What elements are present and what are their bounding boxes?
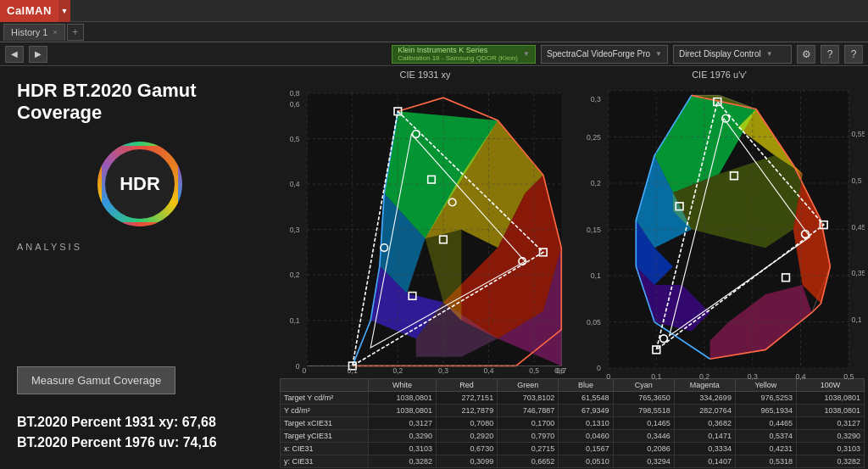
- svg-text:0,2: 0,2: [290, 271, 300, 279]
- help1-button[interactable]: ?: [821, 45, 839, 64]
- cie1976-title: CIE 1976 u'v': [574, 70, 865, 80]
- table-cell: 0,3099: [437, 455, 498, 468]
- instrument-arrow-icon: ▼: [523, 50, 530, 58]
- left-panel: HDR BT.2020 Gamut Coverage HDR ANALYSIS …: [0, 66, 280, 469]
- tab-close-icon[interactable]: ×: [53, 28, 57, 36]
- table-row-label: x: CIE31: [281, 443, 369, 455]
- table-cell: 0,3127: [369, 417, 437, 430]
- table-cell: 0,1310: [559, 417, 613, 430]
- table-row: x: CIE310,31030,67300,27150,15670,20860,…: [281, 443, 865, 455]
- instrument-dropdown[interactable]: Klein Instruments K Series Calibration 1…: [392, 45, 536, 64]
- table-cell: 0,5318: [735, 455, 796, 468]
- svg-text:0,5: 0,5: [852, 176, 862, 185]
- logo-dropdown[interactable]: ▼: [58, 0, 70, 22]
- svg-text:0,4: 0,4: [484, 366, 494, 375]
- charts-area: CIE 1931 xy: [280, 66, 868, 469]
- table-cell: 334,2699: [674, 392, 735, 405]
- table-cell: 0,3446: [613, 430, 674, 443]
- logo-dropdown-arrow: ▼: [60, 7, 68, 15]
- table-row-label: y: CIE31: [281, 455, 369, 468]
- software-arrow-icon: ▼: [655, 50, 662, 58]
- table-cell: 1038,0801: [797, 405, 865, 417]
- table-cell: 0,1465: [613, 417, 674, 430]
- bt2020-stat-1976: BT.2020 Percent 1976 uv: 74,16: [17, 435, 263, 450]
- help2-button[interactable]: ?: [844, 45, 863, 64]
- table-row-label: Y cd/m²: [281, 405, 369, 417]
- tabbar: History 1 × +: [0, 22, 868, 42]
- svg-text:0,5: 0,5: [843, 372, 854, 381]
- svg-text:0,7: 0,7: [556, 366, 566, 375]
- table-cell: 272,7151: [437, 392, 498, 405]
- svg-text:0,4: 0,4: [795, 372, 805, 381]
- titlebar: CalMAN ▼: [0, 0, 868, 22]
- table-cell: 0,4465: [735, 417, 796, 430]
- svg-text:0,3: 0,3: [438, 366, 448, 375]
- history-tab[interactable]: History 1 ×: [3, 24, 65, 41]
- svg-text:0,2: 0,2: [392, 366, 403, 375]
- svg-text:0,2: 0,2: [699, 372, 709, 381]
- table-cell: 765,3650: [613, 392, 674, 405]
- svg-text:0: 0: [303, 366, 307, 375]
- settings-button[interactable]: ⚙: [797, 45, 815, 64]
- table-cell: 0,3294: [613, 455, 674, 468]
- table-row-label: Target Y cd/m²: [281, 392, 369, 405]
- table-cell: 0,1567: [559, 443, 613, 455]
- svg-text:0,3: 0,3: [748, 372, 758, 381]
- table-cell: 0,3682: [674, 417, 735, 430]
- data-table-container: White Red Green Blue Cyan Magenta Yellow…: [280, 378, 865, 468]
- instrument-sub: Calibration 18 - Samsung QDOR (Klein): [398, 54, 518, 62]
- cie1976-chart: CIE 1976 u'v': [574, 70, 865, 375]
- table-cell: 798,5518: [613, 405, 674, 417]
- forward-button[interactable]: ▶: [29, 46, 47, 63]
- svg-text:0,8: 0,8: [290, 89, 300, 98]
- table-row: Target xCIE310,31270,70800,17000,13100,1…: [281, 417, 865, 430]
- table-cell: 0,5374: [735, 430, 796, 443]
- svg-text:0,1: 0,1: [348, 366, 358, 375]
- tab-label: History 1: [11, 27, 47, 37]
- charts-row: CIE 1931 xy: [280, 70, 865, 375]
- table-cell: 0,0510: [559, 455, 613, 468]
- display-label: Direct Display Control: [679, 49, 761, 59]
- table-row-label: Target yCIE31: [281, 430, 369, 443]
- svg-text:0: 0: [296, 362, 300, 371]
- software-label: SpectraCal VideoForge Pro: [547, 49, 650, 59]
- svg-text:0,6: 0,6: [290, 100, 300, 109]
- back-button[interactable]: ◀: [5, 46, 24, 63]
- table-cell: 0,4231: [735, 443, 796, 455]
- table-cell: 0,3282: [797, 455, 865, 468]
- table-cell: 965,1934: [735, 405, 796, 417]
- table-cell: 0,3127: [797, 417, 865, 430]
- table-cell: 0,2715: [498, 443, 559, 455]
- svg-text:0,1: 0,1: [651, 372, 661, 381]
- svg-text:0,15: 0,15: [587, 226, 601, 234]
- hdr-circle: HDR: [97, 142, 182, 226]
- table-cell: 282,0764: [674, 405, 735, 417]
- cie1931-chart: CIE 1931 xy: [280, 70, 570, 375]
- display-arrow-icon: ▼: [766, 50, 773, 58]
- software-dropdown[interactable]: SpectraCal VideoForge Pro ▼: [541, 45, 668, 64]
- analysis-label: ANALYSIS: [17, 242, 263, 252]
- table-cell: 212,7879: [437, 405, 498, 417]
- table-cell: 1038,0801: [797, 392, 865, 405]
- table-cell: 746,7887: [498, 405, 559, 417]
- svg-text:0,45: 0,45: [852, 223, 865, 232]
- display-dropdown[interactable]: Direct Display Control ▼: [673, 45, 792, 64]
- svg-text:0,55: 0,55: [852, 130, 865, 138]
- tab-add-button[interactable]: +: [67, 24, 84, 41]
- svg-text:0,3: 0,3: [290, 226, 300, 234]
- svg-text:0: 0: [606, 372, 610, 381]
- table-cell: 0,6652: [498, 455, 559, 468]
- bt2020-stat-1931: BT.2020 Percent 1931 xy: 67,68: [17, 415, 263, 430]
- table-cell: 1038,0801: [369, 405, 437, 417]
- table-cell: 0,1700: [498, 417, 559, 430]
- table-cell: 703,8102: [498, 392, 559, 405]
- measure-gamut-coverage-button[interactable]: Measure Gamut Coverage: [17, 366, 175, 394]
- table-cell: 0,7080: [437, 417, 498, 430]
- svg-text:0,1: 0,1: [591, 271, 601, 280]
- table-cell: 0,6730: [437, 443, 498, 455]
- table-cell: 0,3282: [369, 455, 437, 468]
- stats-area: BT.2020 Percent 1931 xy: 67,68 BT.2020 P…: [17, 415, 263, 455]
- table-cell: 1038,0801: [369, 392, 437, 405]
- table-row-label: Target xCIE31: [281, 417, 369, 430]
- table-row: y: CIE310,32820,30990,66520,05100,32940,…: [281, 455, 865, 468]
